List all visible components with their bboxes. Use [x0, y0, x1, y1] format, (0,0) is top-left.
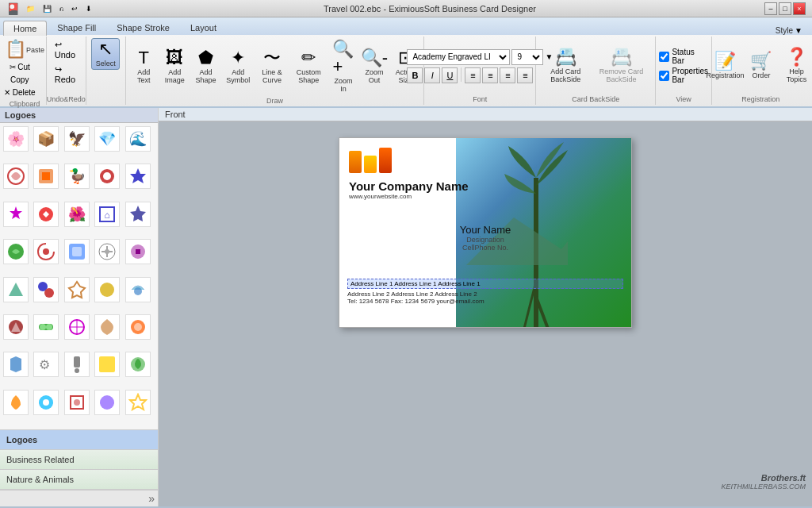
- maximize-button[interactable]: □: [779, 2, 791, 15]
- add-symbol-button[interactable]: ✦ Add Symbol: [223, 47, 254, 87]
- list-item[interactable]: [94, 352, 120, 377]
- list-item[interactable]: 🌸: [3, 126, 29, 152]
- list-item[interactable]: 💎: [94, 126, 120, 152]
- tab-shape-fill[interactable]: Shape Fill: [47, 20, 106, 35]
- svg-point-20: [134, 287, 142, 295]
- align-center-button[interactable]: ≡: [482, 67, 498, 83]
- close-button[interactable]: ×: [793, 2, 806, 15]
- list-item[interactable]: [64, 314, 90, 340]
- help-button[interactable]: ❓ Help Topics: [778, 46, 812, 86]
- select-group: ↖ Select: [86, 37, 126, 105]
- bold-button[interactable]: B: [407, 67, 423, 83]
- list-item[interactable]: [64, 239, 90, 264]
- list-item[interactable]: [125, 164, 151, 189]
- tab-home[interactable]: Home: [3, 21, 47, 36]
- svg-point-11: [43, 248, 49, 255]
- list-item[interactable]: 📦: [33, 126, 59, 152]
- justify-button[interactable]: ≡: [517, 67, 533, 83]
- logo-grid: 🌸 📦 🦅 💎 🌊 🦆: [0, 123, 158, 429]
- list-item[interactable]: 🌊: [125, 126, 151, 152]
- tab-layout[interactable]: Layout: [180, 20, 227, 35]
- italic-button[interactable]: I: [424, 67, 440, 83]
- redo-button[interactable]: ↪ Redo: [52, 63, 81, 86]
- list-item[interactable]: [33, 277, 59, 302]
- title-bar: 🎴 📁 💾 ⎌ ↩ ⬇ Travel 002.ebc - EximiousSof…: [0, 0, 812, 17]
- add-image-button[interactable]: 🖼 Add Image: [160, 47, 189, 87]
- address-tel: Tel: 1234 5678 Fax: 1234 5679 your@email…: [347, 298, 623, 305]
- list-item[interactable]: [125, 390, 151, 415]
- list-item[interactable]: [125, 314, 151, 340]
- canvas-container[interactable]: Your Company Name www.yourwebsite.com Yo…: [159, 121, 812, 506]
- custom-shape-button[interactable]: ✏ Custom Shape: [291, 47, 327, 87]
- list-item[interactable]: [94, 390, 120, 415]
- list-item[interactable]: [64, 390, 90, 415]
- address-line1[interactable]: Address Line 1 Address Line 1 Address Li…: [347, 279, 623, 289]
- list-item[interactable]: [3, 390, 29, 415]
- underline-button[interactable]: U: [442, 67, 458, 83]
- align-right-button[interactable]: ≡: [500, 67, 515, 83]
- address-line2: Address Line 2 Address Line 2 Address Li…: [347, 291, 623, 298]
- svg-rect-29: [74, 356, 80, 368]
- sidebar-bottom: Logoes Business Related Nature & Animals…: [0, 429, 158, 506]
- zoom-in-button[interactable]: 🔍+ Zoom In: [329, 38, 358, 95]
- order-button[interactable]: 🛒 Order: [747, 50, 776, 82]
- list-item[interactable]: [33, 164, 59, 189]
- list-item[interactable]: [94, 277, 120, 302]
- list-item[interactable]: [125, 202, 151, 227]
- add-shape-button[interactable]: ⬟ Add Shape: [191, 47, 220, 87]
- list-item[interactable]: [125, 277, 151, 302]
- select-button[interactable]: ↖ Select: [91, 38, 120, 70]
- list-item[interactable]: [94, 239, 120, 264]
- list-item[interactable]: [33, 390, 59, 415]
- properties-bar-checkbox[interactable]: [659, 71, 669, 81]
- undo-button[interactable]: ↩ Undo: [52, 38, 81, 61]
- list-item[interactable]: [3, 277, 29, 302]
- svg-rect-31: [99, 356, 115, 372]
- list-item[interactable]: [3, 314, 29, 340]
- sidebar-item-business-related[interactable]: Business Related: [0, 450, 158, 470]
- list-item[interactable]: [33, 202, 59, 227]
- list-item[interactable]: [125, 239, 151, 264]
- list-item[interactable]: [3, 352, 29, 377]
- style-dropdown-icon[interactable]: ▼: [795, 26, 802, 35]
- list-item[interactable]: [3, 202, 29, 227]
- zoom-out-button[interactable]: 🔍- Zoom Out: [360, 47, 389, 87]
- list-item[interactable]: 🦅: [64, 126, 90, 152]
- svg-point-35: [74, 399, 80, 406]
- list-item[interactable]: [64, 277, 90, 302]
- font-family-select[interactable]: Academy Engraved LI: [407, 49, 510, 65]
- list-item[interactable]: ⌂: [94, 202, 120, 227]
- company-logo: [349, 148, 392, 173]
- paste-button[interactable]: 📋 Paste: [1, 38, 48, 60]
- cell-phone: CellPhone No.: [460, 244, 511, 252]
- add-text-button[interactable]: T Add Text: [129, 47, 158, 87]
- delete-button[interactable]: ✕ Delete: [1, 87, 39, 98]
- svg-point-27: [134, 323, 142, 331]
- add-card-backside-button[interactable]: 📇 Add Card BackSide: [541, 46, 590, 86]
- copy-button[interactable]: Copy: [1, 74, 39, 86]
- registration-button[interactable]: 📝 Registration: [706, 50, 745, 82]
- sidebar-expand-icon[interactable]: »: [148, 492, 155, 505]
- status-bar-checkbox[interactable]: [659, 52, 669, 62]
- list-item[interactable]: [3, 239, 29, 264]
- list-item[interactable]: [125, 352, 151, 377]
- sidebar-item-logoes[interactable]: Logoes: [0, 430, 158, 450]
- list-item[interactable]: 🦆: [64, 164, 90, 189]
- sidebar-item-nature-animals[interactable]: Nature & Animals: [0, 470, 158, 490]
- remove-card-backside-button[interactable]: 📇 Remove Card BackSide: [592, 46, 650, 86]
- business-card[interactable]: Your Company Name www.yourwebsite.com Yo…: [339, 137, 632, 328]
- minimize-button[interactable]: –: [764, 2, 777, 15]
- align-left-button[interactable]: ≡: [465, 67, 481, 83]
- list-item[interactable]: [33, 314, 59, 340]
- list-item[interactable]: [3, 164, 29, 189]
- list-item[interactable]: [94, 164, 120, 189]
- draw-group: T Add Text 🖼 Add Image ⬟ Add Shape ✦ Add…: [126, 37, 424, 105]
- list-item[interactable]: [33, 239, 59, 264]
- list-item[interactable]: [64, 352, 90, 377]
- cut-button[interactable]: ✂ Cut: [1, 61, 39, 73]
- tab-shape-stroke[interactable]: Shape Stroke: [106, 20, 180, 35]
- list-item[interactable]: 🌺: [64, 202, 90, 227]
- list-item[interactable]: [94, 314, 120, 340]
- list-item[interactable]: ⚙: [33, 352, 59, 377]
- line-curve-button[interactable]: 〜 Line & Curve: [256, 47, 289, 87]
